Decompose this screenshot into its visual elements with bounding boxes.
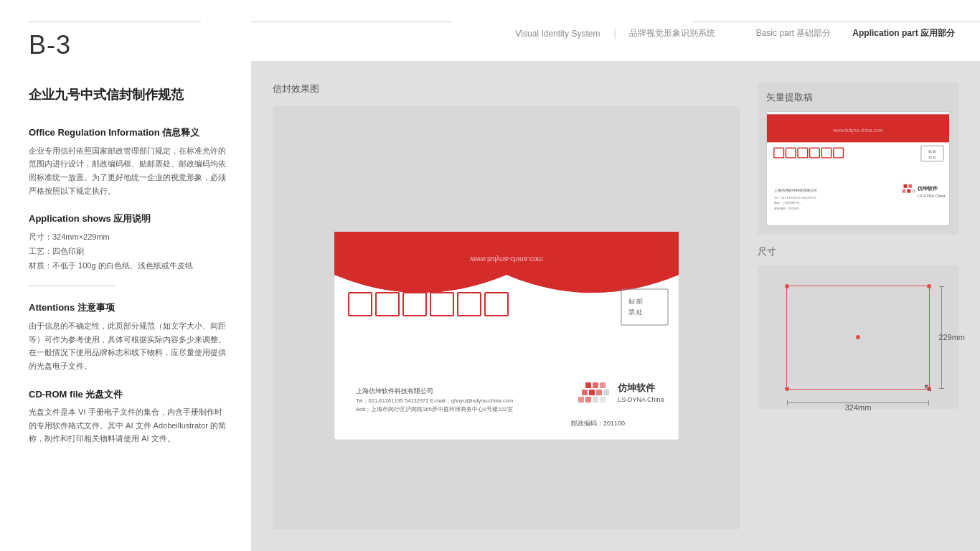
svg-rect-44 [904, 184, 908, 188]
cursor-icon: ↖ [923, 381, 933, 395]
nav-visual-identity: Visual Identity System [501, 29, 615, 39]
envelope-container: www.lsdyna-china.com 贴 邮 票 处 上海仿坤软件科技有限公… [273, 106, 740, 529]
svg-text:LS-DYNA China: LS-DYNA China [618, 396, 664, 403]
dot-top-left [785, 284, 789, 288]
envelope-svg: www.lsdyna-china.com 贴 邮 票 处 上海仿坤软件科技有限公… [320, 189, 693, 447]
header-nav: Visual Identity System 品牌视觉形象识别系统 [501, 27, 730, 39]
size-section: 尺寸 [758, 245, 958, 529]
svg-rect-18 [589, 390, 595, 395]
svg-rect-24 [600, 397, 606, 402]
svg-text:上海仿坤软件科技有限公司: 上海仿坤软件科技有限公司 [774, 188, 817, 192]
header-sep-right [693, 22, 980, 22]
svg-text:上海仿坤软件科技有限公司: 上海仿坤软件科技有限公司 [356, 387, 433, 395]
svg-rect-22 [585, 397, 591, 402]
svg-text:仿坤软件: 仿坤软件 [917, 185, 938, 191]
svg-rect-21 [578, 397, 584, 402]
main-title: 企业九号中式信封制作规范 [29, 86, 230, 104]
spec2: 工艺：四色印刷 [29, 245, 230, 259]
svg-rect-20 [603, 390, 609, 395]
svg-text:贴  邮: 贴 邮 [628, 298, 643, 305]
vector-preview-svg: www.lsdyna-china.com 贴 邮 票 处 [767, 112, 949, 225]
divider [29, 286, 115, 286]
vector-label: 矢量提取稿 [766, 91, 950, 104]
nav-brand-cn: 品牌视觉形象识别系统 [615, 27, 730, 39]
nav-application-part: Application part 应用部分 [842, 27, 966, 39]
header-right-nav: Basic part 基础部分 Application part 应用部分 [745, 27, 966, 39]
size-label: 尺寸 [758, 245, 958, 258]
svg-text:Add：上海市闵行区沪闵路365弄中庭环球商务中心1号楼22: Add：上海市闵行区沪闵路365弄中庭环球商务中心1号楼223室 [356, 406, 513, 413]
svg-text:Add：上海市闵行区...: Add：上海市闵行区... [774, 201, 802, 204]
left-panel: B-3 企业九号中式信封制作规范 Office Regulation Infor… [0, 0, 251, 551]
section3-body: 由于信息的不确定性，此页部分规范（如文字大小、间距等）可作为参考使用，具体可根据… [29, 319, 230, 373]
dot-center [856, 335, 860, 339]
svg-text:Tel：021-61261195  54132972  E-: Tel：021-61261195 54132972 E-mail：qhnyu@l… [356, 397, 513, 404]
content-area: 信封效果图 www.lsdyna-china.com [251, 61, 980, 551]
section1-body: 企业专用信封依照国家邮政管理部门规定，在标准允许的范围内进行设计，邮政编码框、贴… [29, 144, 230, 198]
nav-basic-part: Basic part 基础部分 [745, 27, 842, 39]
section4-heading: CD-ROM file 光盘文件 [29, 387, 230, 402]
svg-text:票  处: 票 处 [628, 309, 643, 316]
svg-text:仿坤软件: 仿坤软件 [617, 382, 656, 393]
spec1: 尺寸：324mm×229mm [29, 230, 230, 245]
dot-bottom-left [785, 387, 789, 391]
top-header: Visual Identity System 品牌视觉形象识别系统 Basic … [251, 0, 980, 61]
size-box: 324mm 229mm ↖ [786, 286, 930, 390]
main-area: Visual Identity System 品牌视觉形象识别系统 Basic … [251, 0, 980, 551]
svg-text:贴  邮: 贴 邮 [928, 149, 936, 154]
size-width-label: 324mm [845, 403, 872, 412]
section2-heading: Application shows 应用说明 [29, 212, 230, 226]
svg-text:www.lsdyna-china.com: www.lsdyna-china.com [469, 255, 543, 263]
svg-text:www.lsdyna-china.com: www.lsdyna-china.com [832, 128, 883, 133]
right-panels: 矢量提取稿 www.lsdyna-china.com [758, 83, 958, 529]
svg-rect-14 [585, 382, 591, 388]
svg-rect-17 [582, 390, 588, 395]
size-height-label: 229mm [938, 333, 965, 342]
vector-section: 矢量提取稿 www.lsdyna-china.com [758, 83, 958, 235]
svg-rect-45 [908, 184, 912, 188]
svg-rect-19 [596, 390, 602, 395]
svg-text:票  处: 票 处 [928, 155, 936, 159]
header-sep-left [251, 22, 452, 22]
vector-preview: www.lsdyna-china.com 贴 邮 票 处 [766, 111, 950, 226]
svg-text:邮政编码：201100: 邮政编码：201100 [774, 207, 799, 210]
envelope-label: 信封效果图 [273, 83, 740, 95]
section1-heading: Office Regulation Information 信息释义 [29, 126, 230, 140]
svg-text:LS-DYNA China: LS-DYNA China [918, 194, 945, 198]
section3-heading: Attentions 注意事项 [29, 301, 230, 315]
page-code: B-3 [29, 30, 71, 60]
size-diagram: 324mm 229mm ↖ [758, 265, 958, 409]
left-content: 企业九号中式信封制作规范 Office Regulation Informati… [29, 86, 230, 449]
svg-rect-46 [903, 189, 906, 193]
spec3: 材质：不低于 100g 的白色纸、浅色纸或牛皮纸 [29, 259, 230, 273]
section4-body: 光盘文件是本 VI 手册电子文件的集合，内含手册制作时的专用软件格式文件。其中 … [29, 405, 230, 446]
header-line-left [29, 22, 201, 22]
svg-rect-15 [593, 382, 598, 388]
svg-rect-48 [912, 189, 915, 193]
svg-rect-23 [593, 397, 598, 402]
svg-text:邮政编码：201100: 邮政编码：201100 [571, 420, 625, 427]
svg-rect-47 [907, 189, 910, 193]
svg-rect-16 [600, 382, 606, 388]
dot-top-right [927, 284, 931, 288]
svg-text:Tel：021-61261195  54132972: Tel：021-61261195 54132972 [774, 196, 816, 199]
envelope-section: 信封效果图 www.lsdyna-china.com [273, 83, 740, 529]
